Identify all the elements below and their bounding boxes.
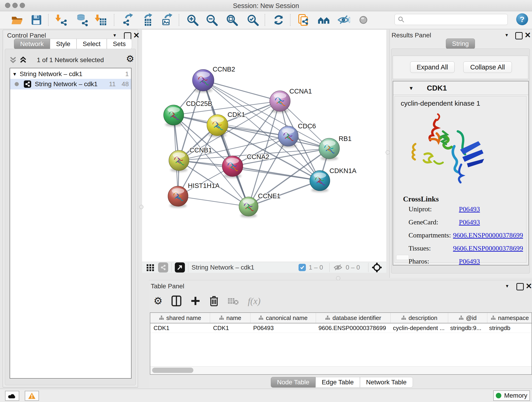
crosslink-link[interactable]: P06493: [459, 205, 480, 213]
left-splitter-handle[interactable]: [139, 205, 143, 209]
column-header-description[interactable]: description: [391, 313, 448, 323]
zoom-out-button[interactable]: [205, 13, 218, 26]
cell-shared-name[interactable]: CDK1: [150, 323, 210, 332]
open-in-window-icon[interactable]: [175, 262, 185, 273]
current-network-name: String Network – cdk1: [191, 264, 254, 271]
warnings-button[interactable]: [25, 391, 39, 401]
function-builder-icon[interactable]: f(x): [248, 296, 260, 306]
cell-namespace[interactable]: stringdb: [486, 323, 531, 332]
node-CCNA1[interactable]: [270, 91, 290, 113]
node-CCNA2[interactable]: [222, 156, 243, 178]
tab-network[interactable]: Network: [14, 39, 50, 49]
cloud-status-button[interactable]: [5, 391, 19, 401]
expand-all-button[interactable]: Expand All: [410, 61, 455, 73]
column-header-database-identifier[interactable]: database identifier: [316, 313, 391, 323]
first-neighbors-button[interactable]: [317, 13, 330, 26]
tab-node-table[interactable]: Node Table: [271, 377, 316, 388]
cell-@id[interactable]: stringdb:9...: [447, 323, 486, 332]
save-session-button[interactable]: [30, 13, 43, 26]
new-network-from-selection-button[interactable]: [297, 13, 310, 26]
table-row[interactable]: CDK1CDK1P064939606.ENSP00000378699cyclin…: [150, 323, 532, 333]
tab-select[interactable]: Select: [76, 39, 107, 49]
zoom-in-button[interactable]: [186, 13, 199, 26]
zoom-selected-button[interactable]: [246, 13, 259, 26]
collection-expand-icon[interactable]: ▾: [13, 71, 16, 77]
delete-column-icon[interactable]: [209, 295, 219, 307]
control-panel-close-icon[interactable]: ✕: [133, 32, 140, 38]
add-column-icon[interactable]: [190, 296, 201, 306]
node-CDKN1A[interactable]: [310, 171, 330, 192]
show-columns-icon[interactable]: [171, 295, 182, 307]
column-header-shared-name[interactable]: shared name: [150, 313, 210, 323]
cell-description[interactable]: cyclin-dependent ...: [390, 323, 447, 332]
memory-button[interactable]: Memory: [493, 390, 530, 401]
right-splitter-handle[interactable]: [386, 150, 390, 154]
results-panel-menu-icon[interactable]: ▾: [505, 32, 508, 38]
export-table-button[interactable]: [140, 13, 153, 26]
network-row-selected[interactable]: String Network – cdk1 11 48: [10, 79, 131, 89]
selected-checkbox-icon[interactable]: [298, 264, 306, 271]
help-button[interactable]: ?: [516, 13, 528, 25]
layout-refresh-button[interactable]: [272, 13, 285, 26]
node-HIST1H1A[interactable]: [168, 186, 188, 208]
node-RB1[interactable]: [319, 138, 340, 160]
export-image-button[interactable]: [161, 13, 173, 26]
protein-section-header[interactable]: ▾ CDK1: [393, 81, 528, 95]
protein-name: CDK1: [427, 84, 447, 92]
table-panel-close-icon[interactable]: ✕: [526, 283, 532, 289]
export-network-button[interactable]: [121, 13, 134, 26]
edge-CCNB2-CCNA1[interactable]: [203, 80, 280, 101]
table-panel-float-icon[interactable]: [516, 283, 524, 290]
column-header-canonical-name[interactable]: canonical name: [250, 313, 316, 323]
crosslink-link[interactable]: 9606.ENSP00000378699: [453, 244, 523, 252]
network-collection-row[interactable]: ▾ String Network – cdk1 1: [10, 68, 131, 79]
table-hscrollbar-thumb[interactable]: [152, 368, 193, 373]
zoom-in-icon: [186, 13, 199, 26]
column-header-name[interactable]: name: [210, 313, 250, 323]
status-bar: Memory: [0, 389, 532, 402]
tab-network-table[interactable]: Network Table: [360, 377, 413, 388]
open-file-button[interactable]: [11, 13, 24, 26]
node-CDC6[interactable]: [278, 126, 298, 148]
protein-collapse-icon[interactable]: ▾: [410, 85, 413, 92]
tab-edge-table[interactable]: Edge Table: [316, 377, 360, 388]
column-header-@id[interactable]: @id: [448, 313, 487, 323]
show-all-button[interactable]: [357, 13, 370, 26]
control-panel-menu-icon[interactable]: ▾: [114, 32, 116, 38]
import-network-file-button[interactable]: [55, 13, 67, 26]
crosslink-link[interactable]: P06493: [459, 218, 480, 226]
zoom-fit-button[interactable]: [225, 13, 238, 26]
delete-table-icon[interactable]: [228, 297, 239, 305]
tab-style[interactable]: Style: [50, 39, 76, 49]
search-input[interactable]: [394, 14, 508, 25]
node-CCNB1[interactable]: [169, 150, 189, 172]
results-hscrollbar-thumb[interactable]: [396, 255, 409, 260]
birdseye-view-icon[interactable]: [158, 262, 168, 273]
results-panel-float-icon[interactable]: [515, 32, 523, 39]
node-CCNE1[interactable]: [239, 197, 258, 217]
search-field[interactable]: [405, 16, 507, 23]
crosslink-link[interactable]: 9606.ENSP00000378699: [453, 231, 523, 239]
import-network-database-button[interactable]: [76, 13, 89, 26]
table-settings-gear-icon[interactable]: ⚙: [153, 296, 162, 306]
import-table-file-button[interactable]: [94, 13, 107, 26]
tab-sets[interactable]: Sets: [107, 39, 132, 49]
table-panel-menu-icon[interactable]: ▾: [506, 283, 508, 289]
bottom-splitter-handle[interactable]: [336, 276, 340, 280]
table-hscrollbar[interactable]: [150, 366, 532, 374]
network-canvas[interactable]: CCNB2CCNA1CDC25BCDK1CDC6RB1CCNB1CCNA2CDK…: [142, 30, 386, 262]
edge-CCNE1-HIST1H1A[interactable]: [178, 196, 249, 206]
results-panel-close-icon[interactable]: ✕: [525, 32, 531, 38]
collapse-all-button[interactable]: Collapse All: [463, 61, 512, 73]
cell-database-identifier[interactable]: 9606.ENSP00000378699: [315, 323, 390, 332]
cell-name[interactable]: CDK1: [210, 323, 250, 332]
crosslink-link[interactable]: P06493: [459, 257, 480, 265]
cell-canonical-name[interactable]: P06493: [250, 323, 315, 332]
network-graph[interactable]: CCNB2CCNA1CDC25BCDK1CDC6RB1CCNB1CCNA2CDK…: [142, 30, 386, 262]
fit-selected-crosshair-icon[interactable]: [372, 262, 382, 273]
thumbnail-grid-icon[interactable]: [146, 263, 155, 272]
tab-string[interactable]: String: [446, 38, 475, 49]
hide-selected-button[interactable]: [337, 13, 350, 26]
network-options-gear-icon[interactable]: ⚙: [126, 54, 134, 63]
column-header-namespace[interactable]: namespace: [487, 313, 532, 323]
